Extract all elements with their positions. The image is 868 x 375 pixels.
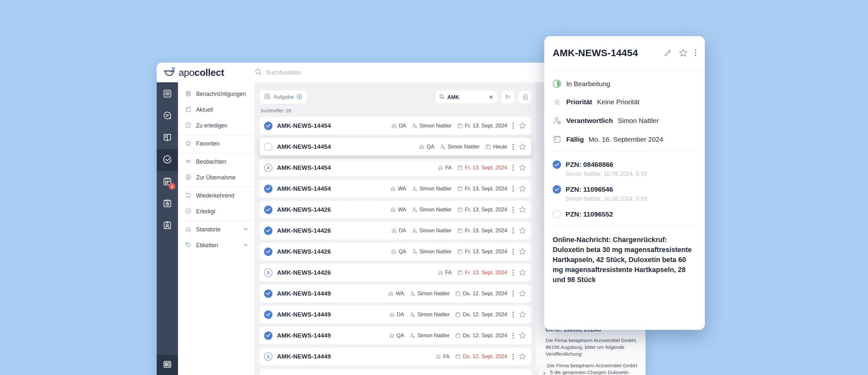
edit-pencil-icon[interactable] (663, 49, 672, 57)
task-state-icon[interactable] (264, 352, 273, 361)
task-list-row[interactable]: AMK-NEWS-14454 DA Simon Nattler Fr. 13. … (259, 117, 531, 135)
apocollect-logo[interactable]: apocollect (157, 66, 255, 79)
status-row[interactable]: In Bearbeitung (553, 80, 696, 88)
task-state-icon[interactable] (264, 143, 273, 151)
task-state-icon[interactable] (264, 289, 273, 298)
due-row[interactable]: Fällig Mo. 16. September 2024 (553, 135, 696, 144)
task-list-row[interactable]: AMK-NEWS-14454 FA Fr. 13. Sept. 2024 (259, 159, 531, 176)
row-favorite-icon[interactable] (519, 353, 526, 360)
task-state-icon[interactable] (264, 331, 273, 340)
menu-item-aktuell[interactable]: Aktuell (178, 102, 255, 118)
task-list-row[interactable]: AMK-NEWS-14454 QA Simon Nattler Heute (259, 138, 531, 155)
more-options-icon[interactable] (694, 49, 696, 57)
row-favorite-icon[interactable] (519, 269, 526, 276)
list-search-input[interactable] (447, 94, 479, 100)
rail-item-schedule[interactable] (157, 193, 178, 215)
task-state-icon[interactable] (264, 164, 273, 172)
menu-item-standorte[interactable]: Standorte (178, 222, 255, 237)
menu-item-erledigt[interactable]: Erledigt (178, 204, 255, 220)
row-menu-icon[interactable] (513, 333, 514, 339)
menu-item-zu-erledigen[interactable]: Zu erledigen (178, 118, 255, 134)
row-menu-icon[interactable] (513, 185, 514, 192)
rail-item-tasks[interactable] (157, 149, 178, 171)
row-menu-icon[interactable] (513, 165, 514, 171)
clear-search-icon[interactable]: ✕ (489, 94, 493, 100)
menu-item-etiketten[interactable]: Etiketten (178, 237, 255, 253)
priority-row[interactable]: Priorität Keine Priorität (553, 98, 696, 106)
task-list-row[interactable]: AMK-NEWS-14426 QA Simon Nattler Fr. 13. … (259, 243, 531, 260)
checkbox-icon[interactable] (553, 210, 561, 219)
menu-item-favoriten[interactable]: Favoriten (178, 136, 255, 152)
row-menu-icon[interactable] (513, 353, 514, 360)
plus-circle-icon[interactable] (297, 94, 302, 101)
home-icon (435, 354, 441, 359)
export-button[interactable] (519, 91, 531, 104)
task-list-row-partial[interactable] (259, 369, 531, 375)
row-favorite-icon[interactable] (519, 185, 526, 192)
row-favorite-icon[interactable] (519, 227, 526, 234)
task-state-icon[interactable] (264, 184, 273, 193)
task-list-row[interactable]: AMK-NEWS-14449 FA Do. 12. Sept. 2024 (259, 348, 531, 365)
task-state-icon[interactable] (264, 206, 273, 214)
chevron-down-icon[interactable] (243, 227, 248, 233)
row-favorite-icon[interactable] (519, 206, 526, 213)
rail-item-feed[interactable] (157, 83, 178, 105)
filter-chip-aufgabe[interactable]: Aufgabe (259, 90, 307, 104)
task-list-row[interactable]: AMK-NEWS-14449 WA Simon Nattler Do. 12. … (259, 285, 531, 302)
row-favorite-icon[interactable] (519, 332, 526, 339)
task-list-row[interactable]: AMK-NEWS-14426 DA Simon Nattler Fr. 13. … (259, 222, 531, 239)
menu-label: Beobachten (196, 158, 248, 165)
global-search-input[interactable] (266, 69, 401, 76)
row-menu-icon[interactable] (513, 228, 514, 234)
task-list-row[interactable]: AMK-NEWS-14426 FA Fr. 13. Sept. 2024 (259, 264, 531, 281)
row-favorite-icon[interactable] (519, 290, 526, 297)
checkbox-icon[interactable] (553, 161, 561, 169)
task-list-row[interactable]: AMK-NEWS-14426 WA Simon Nattler Fr. 13. … (259, 201, 531, 219)
row-favorite-icon[interactable] (519, 143, 526, 150)
task-state-icon[interactable] (264, 311, 273, 319)
task-list-row[interactable]: AMK-NEWS-14454 WA Simon Nattler Fr. 13. … (259, 180, 531, 198)
task-state-icon[interactable] (264, 227, 273, 235)
row-menu-icon[interactable] (513, 144, 514, 150)
task-assignee: Simon Nattler (412, 228, 452, 234)
row-menu-icon[interactable] (513, 311, 514, 318)
row-menu-icon[interactable] (513, 290, 514, 297)
row-menu-icon[interactable] (513, 123, 514, 129)
favorite-star-icon[interactable] (679, 49, 688, 57)
row-menu-icon[interactable] (513, 206, 514, 213)
sort-button[interactable] (501, 91, 514, 104)
row-menu-icon[interactable] (513, 269, 514, 276)
status-value: In Bearbeitung (566, 80, 610, 88)
menu-item-zur-uebernahme[interactable]: Zur Übernahme (178, 170, 255, 185)
rail-item-boards[interactable] (157, 355, 178, 375)
rail-item-contacts[interactable] (157, 215, 178, 237)
task-state-icon[interactable] (264, 268, 273, 277)
row-favorite-icon[interactable] (519, 164, 526, 171)
checklist-item[interactable]: PZN: 08468866 Simon Nattler, 16.09.2024,… (553, 161, 696, 177)
task-state-icon[interactable] (264, 122, 273, 130)
checkbox-icon[interactable] (553, 185, 561, 194)
task-due-date: Do. 12. Sept. 2024 (455, 290, 507, 296)
person-icon (412, 249, 417, 255)
menu-item-benachrichtigungen[interactable]: Benachrichtigungen (178, 86, 255, 102)
row-favorite-icon[interactable] (519, 311, 526, 318)
row-menu-icon[interactable] (513, 249, 514, 255)
chevron-down-icon[interactable] (243, 242, 248, 249)
rail-item-chat[interactable] (157, 105, 178, 127)
global-search[interactable] (255, 68, 401, 77)
checklist-item[interactable]: PZN: 11096546 Simon Nattler, 16.09.2024,… (553, 185, 696, 202)
task-list-row[interactable]: AMK-NEWS-14449 DA Simon Nattler Do. 12. … (259, 306, 531, 323)
task-list-row[interactable]: AMK-NEWS-14449 QA Simon Nattler Do. 12. … (259, 326, 531, 344)
row-favorite-icon[interactable] (519, 248, 526, 255)
checklist-meta: Simon Nattler, 16.09.2024, 5:59 (565, 171, 647, 177)
checklist-item[interactable]: PZN: 11096552 (553, 210, 696, 219)
row-favorite-icon[interactable] (519, 122, 526, 129)
task-state-icon[interactable] (264, 248, 273, 256)
rail-item-calendar[interactable]: 1 (157, 171, 178, 193)
menu-item-wiederkehrend[interactable]: Wiederkehrend (178, 188, 255, 204)
list-search-box[interactable]: ✕ (435, 91, 497, 104)
task-due-date: Do. 12. Sept. 2024 (455, 311, 507, 318)
menu-item-beobachten[interactable]: Beobachten (178, 154, 255, 170)
rail-item-knowledge[interactable] (157, 127, 178, 149)
responsible-row[interactable]: Verantwortlich Simon Nattler (553, 116, 696, 125)
